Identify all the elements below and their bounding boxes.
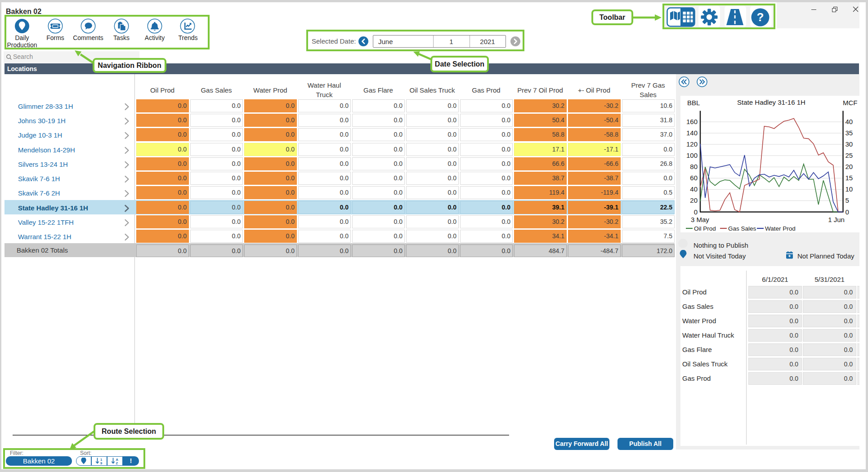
svg-text:20: 20 (846, 163, 853, 170)
svg-text:3 May: 3 May (691, 216, 709, 223)
svg-text:0: 0 (694, 208, 698, 216)
svg-text:0: 0 (846, 208, 849, 216)
svg-text:60: 60 (690, 174, 698, 182)
svg-text:140: 140 (686, 129, 698, 137)
svg-text:State Hadley 31-16 1H: State Hadley 31-16 1H (737, 98, 805, 106)
svg-text:100: 100 (686, 151, 698, 159)
svg-text:30: 30 (846, 140, 853, 148)
svg-text:40: 40 (846, 118, 853, 125)
svg-text:MCF: MCF (843, 99, 858, 107)
svg-text:40: 40 (690, 185, 698, 193)
svg-text:BBL: BBL (687, 99, 700, 107)
svg-text:Gas Sales: Gas Sales (728, 225, 756, 232)
svg-text:20: 20 (690, 196, 698, 204)
svg-text:15: 15 (846, 174, 853, 182)
svg-text:Oil Prod: Oil Prod (694, 225, 716, 232)
svg-text:35: 35 (846, 129, 853, 137)
svg-text:120: 120 (686, 140, 698, 148)
svg-text:1 Jun: 1 Jun (828, 216, 845, 223)
svg-text:Water Prod: Water Prod (765, 225, 796, 232)
svg-text:160: 160 (686, 118, 698, 125)
svg-text:25: 25 (846, 151, 853, 159)
svg-text:5: 5 (846, 196, 849, 204)
svg-text:10: 10 (846, 185, 853, 193)
svg-text:80: 80 (690, 163, 698, 170)
